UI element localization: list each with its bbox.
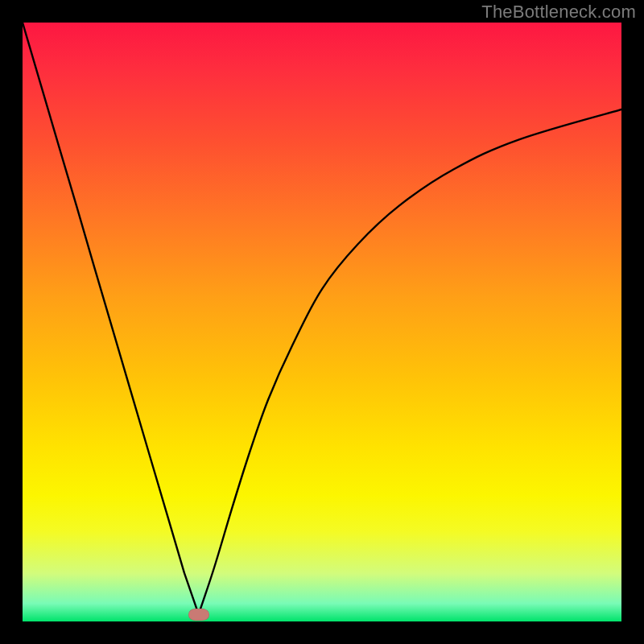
chart-frame: TheBottleneck.com — [0, 0, 644, 644]
plot-area — [23, 23, 621, 621]
watermark-text: TheBottleneck.com — [481, 2, 636, 23]
bottleneck-curve — [23, 23, 621, 621]
minimum-marker — [188, 609, 209, 621]
curve-path — [23, 23, 621, 614]
